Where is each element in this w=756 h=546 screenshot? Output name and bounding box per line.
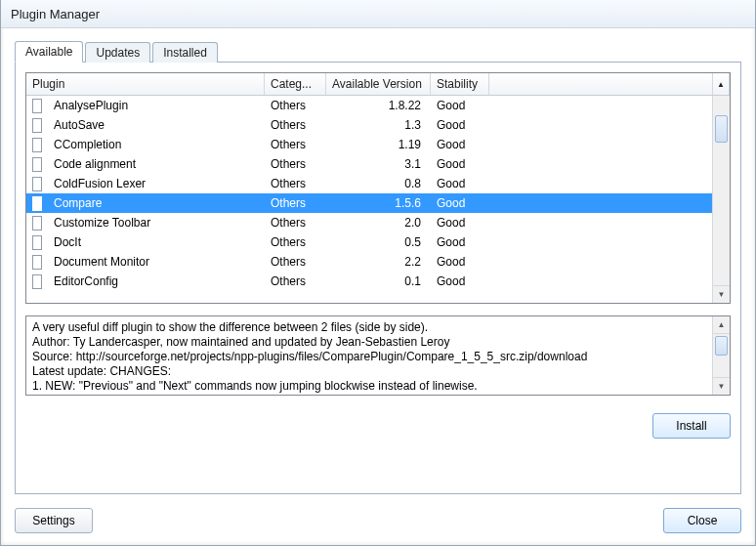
plugin-manager-window: Plugin Manager Available Updates Install…: [0, 0, 756, 546]
col-header-category[interactable]: Categ...: [265, 73, 326, 95]
plugin-name: Document Monitor: [48, 255, 265, 269]
scroll-up-icon[interactable]: ▲: [713, 73, 730, 95]
plugin-category: Others: [265, 196, 326, 210]
plugin-name: EditorConfig: [48, 274, 265, 288]
table-row[interactable]: Document MonitorOthers2.2Good: [26, 252, 730, 272]
plugin-version: 2.0: [326, 216, 431, 230]
scroll-up-icon[interactable]: ▲: [713, 316, 730, 334]
plugin-name: AnalysePlugin: [48, 99, 265, 112]
row-checkbox[interactable]: [32, 274, 42, 289]
row-checkbox[interactable]: [32, 235, 42, 250]
plugin-name: Code alignment: [48, 157, 265, 171]
close-button[interactable]: Close: [663, 508, 741, 533]
row-checkbox[interactable]: [32, 99, 42, 113]
scroll-track[interactable]: [713, 334, 730, 377]
description-scrollbar[interactable]: ▲ ▼: [712, 316, 730, 395]
table-row[interactable]: CCompletionOthers1.19Good: [26, 135, 730, 154]
plugin-category: Others: [265, 255, 326, 269]
row-checkbox[interactable]: [32, 216, 42, 231]
plugin-category: Others: [265, 274, 326, 288]
titlebar: Plugin Manager: [1, 0, 755, 28]
plugin-category: Others: [265, 118, 326, 132]
plugin-stability: Good: [431, 255, 489, 269]
plugin-name: AutoSave: [48, 118, 265, 132]
plugin-stability: Good: [431, 157, 489, 171]
plugin-stability: Good: [431, 99, 489, 112]
plugin-version: 0.1: [326, 274, 431, 288]
window-title: Plugin Manager: [11, 7, 100, 21]
plugin-stability: Good: [431, 274, 489, 288]
install-button[interactable]: Install: [652, 413, 731, 439]
row-checkbox[interactable]: ✔: [32, 196, 42, 211]
table-row[interactable]: EditorConfigOthers0.1Good: [26, 272, 730, 291]
scroll-down-icon[interactable]: ▼: [713, 377, 730, 395]
scroll-down-icon[interactable]: ▼: [713, 285, 730, 303]
table-row[interactable]: DocItOthers0.5Good: [26, 232, 730, 252]
table-row[interactable]: ✔CompareOthers1.5.6Good: [26, 193, 730, 213]
bottom-bar: Settings Close: [1, 500, 755, 545]
col-header-plugin[interactable]: Plugin: [26, 73, 265, 95]
plugin-version: 1.5.6: [326, 196, 431, 210]
col-header-version[interactable]: Available Version: [326, 73, 431, 95]
tab-updates[interactable]: Updates: [85, 42, 150, 63]
table-row[interactable]: AnalysePluginOthers1.8.22Good: [26, 96, 730, 115]
plugin-name: Compare: [48, 196, 265, 210]
plugin-version: 0.8: [326, 177, 431, 190]
install-row: Install: [25, 413, 731, 439]
plugin-stability: Good: [431, 216, 489, 230]
description-panel: A very useful diff plugin to show the di…: [25, 315, 731, 396]
plugin-version: 0.5: [326, 235, 431, 249]
plugin-category: Others: [265, 157, 326, 171]
plugin-stability: Good: [431, 196, 489, 210]
plugin-name: CCompletion: [48, 138, 265, 151]
scroll-thumb[interactable]: [715, 336, 728, 356]
scroll-track[interactable]: [713, 113, 730, 285]
table-row[interactable]: ColdFusion LexerOthers0.8Good: [26, 174, 730, 193]
plugin-stability: Good: [431, 138, 489, 151]
tab-installed[interactable]: Installed: [152, 42, 218, 63]
row-checkbox[interactable]: [32, 177, 42, 191]
grid-scrollbar[interactable]: ▲ ▼: [712, 96, 730, 303]
table-row[interactable]: AutoSaveOthers1.3Good: [26, 115, 730, 135]
plugin-grid: Plugin Categ... Available Version Stabil…: [25, 72, 731, 304]
table-row[interactable]: Code alignmentOthers3.1Good: [26, 154, 730, 174]
plugin-version: 1.8.22: [326, 99, 431, 112]
plugin-category: Others: [265, 138, 326, 151]
plugin-category: Others: [265, 99, 326, 112]
grid-header: Plugin Categ... Available Version Stabil…: [26, 73, 730, 96]
plugin-stability: Good: [431, 235, 489, 249]
content-area: Available Updates Installed Plugin Categ…: [1, 28, 755, 500]
col-header-stability[interactable]: Stability: [431, 73, 489, 95]
plugin-name: ColdFusion Lexer: [48, 177, 265, 190]
plugin-category: Others: [265, 177, 326, 190]
row-checkbox[interactable]: [32, 157, 42, 172]
plugin-category: Others: [265, 216, 326, 230]
grid-body: AnalysePluginOthers1.8.22GoodAutoSaveOth…: [26, 96, 730, 303]
description-text: A very useful diff plugin to show the di…: [26, 316, 713, 395]
col-header-spacer: [489, 73, 713, 95]
row-checkbox[interactable]: [32, 118, 42, 133]
tabpanel-available: Plugin Categ... Available Version Stabil…: [15, 62, 741, 494]
settings-button[interactable]: Settings: [15, 508, 93, 533]
plugin-name: Customize Toolbar: [48, 216, 265, 230]
plugin-version: 1.19: [326, 138, 431, 151]
plugin-version: 2.2: [326, 255, 431, 269]
row-checkbox[interactable]: [32, 138, 42, 152]
row-checkbox[interactable]: [32, 255, 42, 270]
scroll-thumb[interactable]: [715, 115, 728, 143]
plugin-version: 3.1: [326, 157, 431, 171]
tab-available[interactable]: Available: [15, 41, 83, 63]
plugin-version: 1.3: [326, 118, 431, 132]
plugin-stability: Good: [431, 118, 489, 132]
tabstrip: Available Updates Installed: [15, 38, 741, 62]
table-row[interactable]: Customize ToolbarOthers2.0Good: [26, 213, 730, 232]
plugin-stability: Good: [431, 177, 489, 190]
plugin-name: DocIt: [48, 235, 265, 249]
plugin-category: Others: [265, 235, 326, 249]
